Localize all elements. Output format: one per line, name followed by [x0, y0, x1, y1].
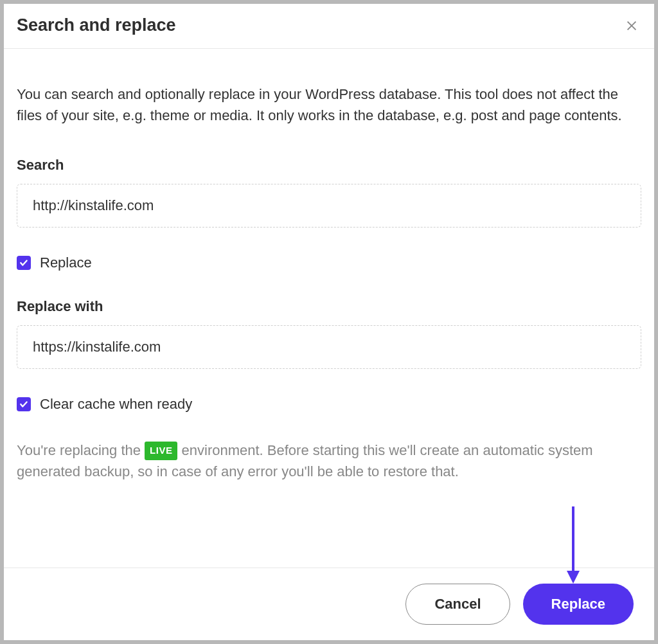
- search-label: Search: [17, 157, 641, 174]
- replace-with-group: Replace with: [17, 298, 641, 369]
- modal-title: Search and replace: [17, 15, 176, 35]
- search-group: Search: [17, 157, 641, 228]
- description-text: You can search and optionally replace in…: [17, 84, 641, 126]
- check-icon: [19, 400, 28, 409]
- close-icon: [625, 19, 639, 33]
- replace-checkbox[interactable]: [17, 256, 31, 270]
- replace-button[interactable]: Replace: [523, 584, 634, 625]
- replace-checkbox-label: Replace: [40, 255, 92, 271]
- search-replace-modal: Search and replace You can search and op…: [4, 4, 654, 640]
- warning-prefix: You're replacing the: [17, 442, 145, 458]
- cancel-button[interactable]: Cancel: [405, 584, 510, 625]
- replace-checkbox-row: Replace: [17, 255, 641, 271]
- modal-body: You can search and optionally replace in…: [4, 49, 654, 568]
- replace-with-input[interactable]: [17, 325, 641, 369]
- live-badge: LIVE: [145, 442, 177, 460]
- warning-text: You're replacing the LIVE environment. B…: [17, 440, 641, 482]
- search-input[interactable]: [17, 184, 641, 228]
- modal-footer: Cancel Replace: [4, 568, 654, 640]
- replace-with-label: Replace with: [17, 298, 641, 315]
- modal-header: Search and replace: [4, 4, 654, 49]
- check-icon: [19, 258, 28, 267]
- clear-cache-checkbox[interactable]: [17, 397, 31, 411]
- clear-cache-checkbox-label: Clear cache when ready: [40, 396, 192, 413]
- clear-cache-checkbox-row: Clear cache when ready: [17, 396, 641, 413]
- close-button[interactable]: [622, 16, 641, 35]
